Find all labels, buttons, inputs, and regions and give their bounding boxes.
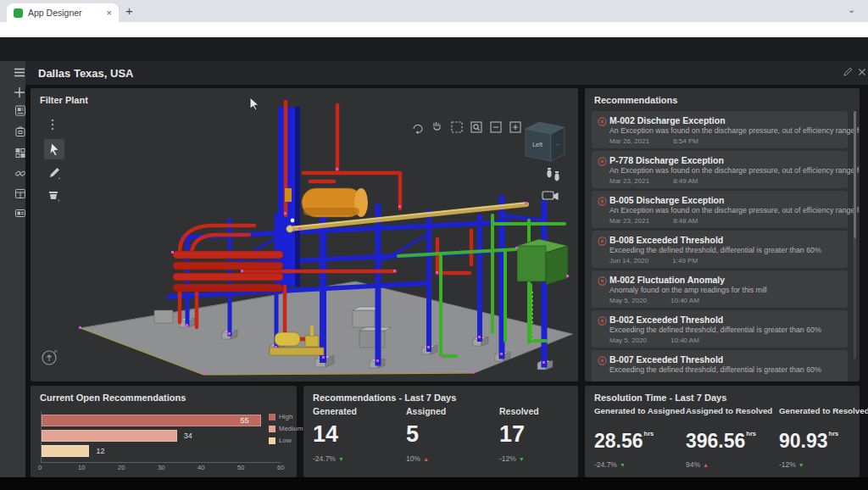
- rec-date: Mar 23, 2021: [609, 217, 649, 225]
- legend-swatch-low: [269, 437, 275, 444]
- fit-view-tool-icon: [491, 122, 501, 132]
- marquee-select-tool-icon: [452, 122, 462, 132]
- alert-icon: [598, 157, 607, 166]
- bar-low[interactable]: [42, 445, 89, 457]
- new-tab-button[interactable]: +: [125, 3, 133, 18]
- plant-3d-canvas[interactable]: Left ⌐ is: [31, 88, 578, 381]
- recommendation-card[interactable]: P-778 Discharge Exception An Exception w…: [592, 151, 848, 188]
- legend-swatch-medium: [269, 426, 275, 432]
- legend-swatch-high: [269, 414, 275, 420]
- recommendations-list: M-002 Discharge Exception An Exception w…: [592, 111, 848, 381]
- kpi-assigned: Assigned 5 10%▲: [406, 406, 498, 463]
- resolution-time-kpi-panel: Resolution Time - Last 7 Days Generated …: [585, 386, 860, 477]
- open-recommendations-chart-panel: Current Open Recommendations 55 34 12 01…: [31, 386, 297, 477]
- green-machine: [517, 239, 568, 285]
- viewer-overflow-dots-icon[interactable]: [51, 119, 54, 131]
- bar-chart-plot: 55 34 12: [41, 411, 281, 463]
- recommendation-card[interactable]: B-007 Exceeded Threshold Exceeding the d…: [592, 350, 848, 381]
- kpi-generated-to-resolved: Generated to Resolved 90.93hrs -12%▼: [779, 406, 868, 469]
- tab-close-icon[interactable]: ×: [107, 8, 112, 18]
- rec-time: 6:54 PM: [673, 137, 698, 145]
- recommendations-scrollbar[interactable]: [854, 111, 856, 359]
- recommendation-card[interactable]: M-002 Fluctuation Anomaly Anomaly found …: [592, 270, 848, 308]
- screen: App Designer × + ⌄ ← → ↻ xmad-stagging.a…: [0, 0, 868, 490]
- x-axis-tick: 30: [158, 464, 164, 471]
- kpi-assigned-to-resolved: Assigned to Resolved 396.56hrs 94%▲: [686, 406, 777, 469]
- rec-date: Mar 23, 2021: [609, 177, 649, 185]
- x-axis-tick: 40: [198, 464, 204, 471]
- plant-viewer-panel: Filter Plant: [31, 88, 578, 381]
- browser-toolbar: ← → ↻ xmad-stagging.azurewebsites.net/re…: [0, 22, 868, 38]
- recommendation-card[interactable]: B-008 Exceeded Threshold Exceeding the d…: [592, 231, 848, 268]
- bar-medium[interactable]: [42, 430, 177, 442]
- trend-arrow-icon: ▼: [620, 462, 626, 468]
- kpi-value: 17: [499, 422, 591, 446]
- kpi-panel-title: Recommendations - Last 7 Days: [313, 393, 456, 403]
- x-axis-tick: 0: [38, 464, 42, 471]
- walk-mode-icon: [547, 168, 559, 181]
- rec-time: 10:40 AM: [670, 297, 699, 304]
- trend-arrow-icon: ▲: [703, 462, 709, 468]
- recommendations-title: Recommendations: [594, 95, 677, 105]
- mouse-cursor: [249, 97, 260, 110]
- scrollbar-thumb[interactable]: [854, 111, 856, 238]
- trend-arrow-icon: ▲: [423, 456, 429, 462]
- app-header: XMPRO ? Kirsten Schwarzer ADMINISTRATOR: [0, 37, 868, 61]
- rec-date: May 5, 2020: [609, 337, 647, 344]
- bar-high[interactable]: [42, 415, 261, 426]
- kpi-value: 90.93hrs: [779, 423, 868, 452]
- kpi-panel-title: Resolution Time - Last 7 Days: [594, 393, 726, 403]
- recommendations-panel: Recommendations M-002 Discharge Exceptio…: [585, 88, 860, 381]
- zoom-window-tool-icon: [471, 122, 481, 132]
- viewer-toolbar: [414, 122, 520, 133]
- pointer-tool-button[interactable]: [44, 139, 64, 159]
- recommendation-card[interactable]: M-002 Discharge Exception An Exception w…: [592, 111, 848, 148]
- view-cube-label: Left: [532, 142, 542, 148]
- recommendations-kpi-panel: Recommendations - Last 7 Days Generated …: [303, 386, 578, 477]
- recommendation-card[interactable]: B-005 Discharge Exception An Exception w…: [592, 191, 848, 228]
- trend-arrow-icon: ▼: [338, 456, 344, 462]
- rec-date: May 5, 2020: [609, 297, 647, 304]
- svg-text:is: is: [54, 348, 58, 354]
- kpi-generated-to-assigned: Generated to Assigned 28.56hrs -24.7%▼: [594, 406, 686, 469]
- alert-icon: [598, 356, 607, 365]
- close-page-icon[interactable]: [858, 68, 866, 76]
- left-sidebar: X: [0, 61, 25, 477]
- tab-title: App Designer: [28, 8, 103, 18]
- alert-icon: [598, 276, 607, 286]
- tab-favicon-icon: [14, 8, 23, 18]
- rec-date: Mar 26, 2021: [609, 137, 649, 145]
- rec-time: 8:48 AM: [673, 217, 698, 225]
- edit-page-icon[interactable]: [843, 67, 853, 77]
- chart-legend: High Medium Low: [269, 413, 303, 448]
- home-view-gizmo-icon: is: [42, 348, 58, 365]
- rec-time: 8:49 AM: [673, 177, 698, 185]
- draw-pencil-tool-icon[interactable]: [47, 166, 61, 180]
- rec-time: 1:49 PM: [672, 257, 698, 264]
- expand-view-tool-icon: [510, 122, 520, 132]
- kpi-generated: Generated 14 -24.7%▼: [313, 406, 404, 463]
- menu-hamburger-icon[interactable]: [7, 68, 32, 77]
- browser-tab-strip: App Designer × + ⌄: [0, 0, 868, 22]
- kpi-value: 28.56hrs: [594, 423, 686, 452]
- recommendation-card[interactable]: B-002 Exceeded Threshold Exceeding the d…: [592, 310, 848, 348]
- view-cube: Left ⌐: [526, 122, 565, 161]
- rec-date: Jun 14, 2020: [609, 257, 648, 264]
- page-title-bar: Dallas Texas, USA: [25, 61, 868, 85]
- browser-tab[interactable]: App Designer ×: [7, 3, 119, 22]
- x-axis-tick: 50: [237, 464, 244, 471]
- orbit-tool-icon: [414, 125, 422, 134]
- camera-icon: [542, 192, 558, 199]
- alert-icon: [598, 237, 607, 246]
- eraser-tool-icon[interactable]: [47, 188, 60, 202]
- alert-icon: [598, 316, 607, 326]
- pan-hand-tool-icon: [434, 122, 440, 130]
- x-axis-tick: 60: [277, 464, 284, 471]
- trend-arrow-icon: ▼: [798, 462, 804, 468]
- x-axis: 0102030405060: [41, 464, 280, 472]
- kpi-value: 396.56hrs: [686, 423, 777, 452]
- kpi-value: 14: [313, 422, 404, 446]
- page-title: Dallas Texas, USA: [38, 67, 133, 80]
- rec-time: 10:40 AM: [670, 337, 699, 344]
- window-chevron-icon[interactable]: ⌄: [848, 4, 855, 15]
